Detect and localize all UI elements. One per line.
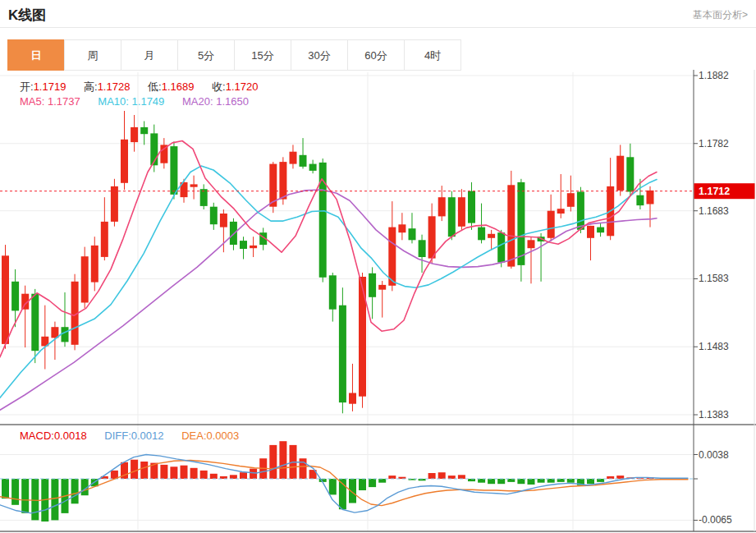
- macd-bar: [538, 479, 545, 483]
- candle-body: [91, 246, 99, 283]
- macd-bar: [250, 469, 257, 479]
- candle-body: [11, 282, 19, 311]
- open-label: 开:: [20, 80, 34, 93]
- ma10-line: [0, 166, 657, 397]
- macd-bar: [488, 479, 495, 484]
- candle-body: [210, 207, 218, 225]
- current-price-label: 1.1712: [699, 186, 730, 197]
- macd-bar: [478, 479, 485, 483]
- price-tick-label: 1.1483: [699, 341, 729, 352]
- open-value: 1.1719: [34, 80, 66, 93]
- macd-bar: [170, 466, 177, 479]
- macd-bar: [181, 466, 188, 479]
- macd-bar: [497, 479, 505, 484]
- macd-bar: [369, 479, 376, 487]
- ma-readout: MA5: 1.1737 MA10: 1.1749 MA20: 1.1650: [20, 95, 249, 108]
- close-value: 1.1720: [226, 80, 259, 93]
- candle-body: [121, 140, 128, 183]
- macd-bar: [458, 475, 465, 479]
- candle-body: [636, 195, 644, 205]
- candle-body: [528, 240, 535, 248]
- macd-label: MACD:: [20, 430, 54, 442]
- macd-bar: [230, 475, 237, 479]
- candle-body: [488, 234, 495, 238]
- ma20-label: MA20:: [182, 95, 213, 108]
- diff-label: DIFF:: [104, 430, 131, 442]
- macd-readout: MACD:0.0018 DIFF:0.0012 DEA:0.0003: [20, 430, 239, 442]
- macd-bar: [448, 476, 456, 479]
- macd-tick-label: 0.0038: [699, 449, 729, 461]
- candlesticks: [2, 111, 654, 413]
- macd-bar: [160, 465, 167, 479]
- ma20-value: 1.1650: [216, 95, 249, 108]
- ma5-value: 1.1737: [48, 95, 80, 108]
- candle-body: [626, 157, 634, 191]
- price-tick-label: 1.1583: [699, 273, 729, 284]
- ma5-label: MA5:: [20, 95, 44, 108]
- ohlc-readout: 开:1.1719 高:1.1728 低:1.1689 收:1.1720: [20, 80, 258, 94]
- candle-body: [349, 393, 356, 404]
- candle-body: [190, 184, 198, 186]
- low-label: 低:: [148, 80, 162, 93]
- macd-bar: [507, 479, 515, 482]
- candle-body: [458, 197, 465, 227]
- candle-body: [388, 227, 396, 286]
- candle-body: [111, 186, 118, 222]
- price-tick-label: 1.1683: [699, 205, 729, 217]
- macd-bar: [140, 462, 148, 479]
- candle-body: [140, 127, 148, 134]
- dea-value: 0.0003: [207, 430, 240, 442]
- candle-body: [419, 240, 426, 257]
- candle-body: [557, 209, 565, 214]
- macd-bar: [190, 468, 198, 479]
- macd-bar: [438, 472, 446, 479]
- candle-body: [170, 146, 177, 195]
- candle-body: [230, 222, 237, 245]
- candle-body: [240, 241, 247, 249]
- macd-histogram: [2, 441, 654, 522]
- macd-bar: [240, 472, 247, 479]
- candle-body: [250, 246, 257, 248]
- ma10-value: 1.1749: [132, 95, 165, 108]
- macd-bar: [131, 460, 138, 479]
- macd-bar: [210, 474, 218, 479]
- price-tick-label: 1.1882: [699, 70, 729, 81]
- macd-value: 0.0018: [54, 430, 87, 442]
- candle-body: [62, 327, 69, 342]
- macd-bar: [71, 479, 79, 503]
- macd-bar: [567, 479, 575, 483]
- candle-body: [409, 228, 416, 240]
- ma10-label: MA10:: [98, 95, 129, 108]
- macd-bar: [21, 479, 29, 513]
- candle-body: [428, 216, 436, 258]
- candle-body: [290, 152, 297, 164]
- candle-body: [577, 192, 584, 230]
- candle-body: [567, 193, 575, 207]
- kline-app: K线图 基本面分析> 日 周 月 5分 15分 30分 60分 4时 1.188…: [0, 0, 756, 533]
- macd-bar: [2, 479, 9, 499]
- candle-body: [507, 185, 515, 266]
- macd-bar: [597, 479, 604, 482]
- macd-bar: [279, 441, 286, 479]
- candle-body: [220, 214, 227, 227]
- candle-body: [2, 255, 9, 344]
- price-tick-label: 1.1383: [699, 409, 729, 420]
- low-value: 1.1689: [162, 80, 195, 93]
- dea-label: DEA:: [181, 430, 206, 442]
- macd-bar: [388, 476, 396, 479]
- price-tick-label: 1.1782: [699, 138, 729, 149]
- candle-body: [200, 189, 208, 206]
- candle-body: [587, 226, 594, 238]
- candle-body: [398, 224, 405, 232]
- candle-body: [369, 273, 376, 297]
- candle-body: [31, 294, 39, 352]
- macd-bar: [378, 479, 386, 483]
- candle-body: [131, 127, 138, 142]
- candle-body: [81, 256, 89, 302]
- candle-body: [359, 277, 366, 397]
- candle-body: [378, 285, 386, 290]
- high-value: 1.1728: [98, 80, 131, 93]
- diff-value: 0.0012: [131, 430, 164, 442]
- macd-bar: [269, 445, 277, 479]
- candle-body: [478, 227, 485, 241]
